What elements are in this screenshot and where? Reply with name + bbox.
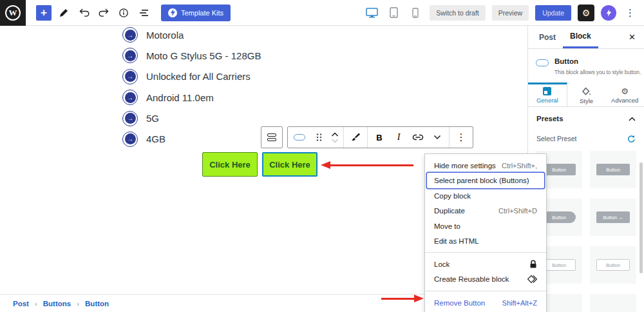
list-item[interactable]: → Unlocked for All Carriers [122, 69, 261, 84]
breadcrumb-post-link[interactable]: Post [13, 300, 29, 307]
presets-panel-header[interactable]: Presets [528, 107, 644, 130]
block-card: Button This block allows you to style bu… [528, 49, 644, 83]
menu-item-remove-button[interactable]: Remove Button Shift+Alt+Z [425, 295, 546, 310]
topbar-right-tools: Switch to draft Preview Update ⚙ ⋮ [364, 5, 644, 21]
block-toolbar-group: B I ⋮ [287, 126, 473, 148]
menu-divider [425, 252, 546, 253]
menu-item-edit-as-html[interactable]: Edit as HTML [425, 233, 546, 248]
format-segment: B I [367, 127, 449, 148]
more-options-button[interactable]: ⋮ [623, 6, 638, 20]
reusable-block-icon [527, 275, 537, 284]
preset-card[interactable]: Button → [590, 199, 636, 236]
select-preset-row: Select Preset [528, 133, 644, 144]
layout-icon [543, 87, 551, 95]
lock-icon [529, 260, 537, 269]
list-item-text: Motorola [146, 30, 184, 41]
paint-bucket-icon [582, 87, 591, 96]
buttons-block: Click Here Click Here [202, 152, 317, 177]
preview-button[interactable]: Preview [492, 5, 529, 21]
wordpress-block-editor: W + Template Kits [0, 0, 644, 312]
link-button[interactable] [410, 130, 426, 145]
template-kits-button[interactable]: Template Kits [161, 5, 231, 21]
undo-button[interactable] [76, 5, 91, 21]
bold-button[interactable]: B [372, 130, 387, 145]
wordpress-w-icon: W [5, 5, 21, 21]
annotation-arrow-to-button [321, 161, 413, 170]
tab-block[interactable]: Block [563, 26, 598, 48]
block-card-description: This block allows you to style button. [554, 69, 641, 75]
list-item[interactable]: → 4GB [122, 132, 261, 147]
menu-item-duplicate[interactable]: Duplicate Ctrl+Shift+D [425, 204, 546, 219]
switch-to-draft-button[interactable]: Switch to draft [430, 5, 486, 21]
update-button[interactable]: Update [535, 5, 571, 21]
more-formats-button[interactable] [430, 130, 445, 145]
menu-item-lock[interactable]: Lock [425, 257, 546, 271]
reset-icon [627, 135, 635, 143]
click-here-button-1[interactable]: Click Here [202, 152, 258, 177]
sidebar-tabs: Post Block ✕ [528, 26, 644, 49]
preset-card[interactable]: Button [590, 151, 636, 188]
wordpress-logo[interactable]: W [0, 0, 26, 26]
breadcrumb-buttons-link[interactable]: Buttons [43, 300, 71, 307]
gear-icon: ⚙ [621, 87, 629, 95]
move-up-button[interactable] [330, 132, 339, 137]
tab-post[interactable]: Post [532, 26, 563, 48]
list-view-button[interactable] [136, 5, 151, 21]
edit-mode-button[interactable] [56, 5, 71, 21]
menu-item-create-reusable-block[interactable]: Create Reusable block [425, 272, 546, 287]
menu-item-hide-more-settings[interactable]: Hide more settings Ctrl+Shift+, [425, 158, 546, 173]
block-options-button[interactable]: ⋮ [453, 130, 469, 145]
details-button[interactable] [116, 5, 131, 21]
tab-style[interactable]: Style [567, 83, 606, 106]
add-block-button[interactable]: + [36, 5, 52, 21]
list-item[interactable]: → 5G [122, 111, 261, 126]
preset-grid: Button Button Button Button → Button But… [536, 151, 636, 312]
list-item-text: Android 11.0em [146, 92, 214, 103]
brush-segment [343, 127, 367, 148]
editor-topbar: W + Template Kits [0, 0, 644, 26]
settings-toggle-button[interactable]: ⚙ [578, 5, 594, 21]
drag-handle[interactable] [311, 130, 327, 145]
topbar-left-tools: + Template Kits [36, 5, 231, 21]
preset-card[interactable] [590, 294, 636, 312]
tab-general[interactable]: General [528, 83, 567, 106]
list-item-text: Moto G Stylus 5G - 128GB [146, 50, 261, 61]
brush-icon [350, 132, 361, 142]
redo-button[interactable] [96, 5, 111, 21]
sidebar-scrollbar[interactable] [639, 162, 643, 273]
block-toolbar: B I ⋮ [261, 126, 473, 148]
menu-item-copy-block[interactable]: Copy block [425, 188, 546, 203]
list-item[interactable]: → Motorola [122, 27, 261, 43]
close-sidebar-button[interactable]: ✕ [620, 26, 644, 48]
monitor-icon [366, 8, 378, 18]
link-icon [412, 133, 424, 141]
italic-button[interactable]: I [391, 130, 406, 145]
desktop-preview-button[interactable] [364, 5, 379, 21]
reset-preset-button[interactable] [625, 133, 636, 144]
move-down-button[interactable] [330, 138, 339, 144]
button-block-icon [536, 59, 549, 66]
menu-item-move-to[interactable]: Move to [425, 219, 546, 233]
mobile-preview-button[interactable] [408, 5, 423, 21]
post-content-list: → Motorola → Moto G Stylus 5G - 128GB → … [122, 27, 261, 147]
button-block-button[interactable] [292, 130, 307, 145]
ellipsis-vertical-icon: ⋮ [625, 7, 635, 18]
menu-item-select-parent-block[interactable]: Select parent block (Buttons) [427, 173, 544, 188]
tab-advanced[interactable]: ⚙ Advanced [605, 83, 644, 106]
block-controls-segment [288, 127, 343, 148]
arrow-circle-icon: → [122, 90, 138, 105]
list-item-text: 5G [146, 113, 159, 124]
arrow-circle-icon: → [122, 69, 138, 84]
elementskit-button[interactable] [601, 5, 616, 21]
tablet-icon [390, 7, 398, 18]
style-brush-button[interactable] [348, 130, 363, 145]
redo-icon [99, 8, 109, 17]
arrow-circle-icon: → [122, 27, 138, 43]
select-parent-buttons-button[interactable] [261, 126, 283, 148]
preset-card[interactable]: Button [590, 246, 636, 284]
tablet-preview-button[interactable] [386, 5, 401, 21]
click-here-button-2-selected[interactable]: Click Here [262, 152, 317, 177]
list-item[interactable]: → Android 11.0em [122, 90, 261, 105]
list-item[interactable]: → Moto G Stylus 5G - 128GB [122, 48, 261, 63]
breadcrumb-separator: › [35, 300, 37, 307]
